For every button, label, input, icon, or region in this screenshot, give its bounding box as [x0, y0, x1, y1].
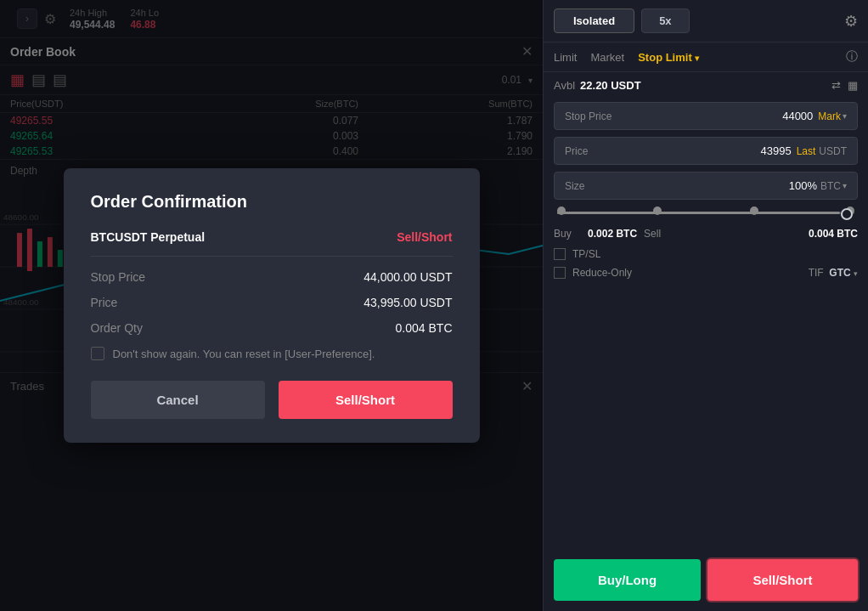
- modal-price-value: 43,995.00 USDT: [364, 296, 452, 309]
- size-caret[interactable]: ▾: [843, 181, 847, 190]
- reduce-only-checkbox[interactable]: [554, 267, 566, 279]
- modal-qty-value: 0.004 BTC: [396, 321, 453, 335]
- modal-price-row: Price 43,995.00 USDT: [91, 296, 453, 309]
- price-input[interactable]: 43995: [760, 144, 791, 157]
- modal-stop-price-label: Stop Price: [91, 270, 146, 284]
- stop-price-caret[interactable]: ▾: [843, 111, 847, 121]
- size-slider[interactable]: [544, 203, 868, 223]
- price-tag[interactable]: Last: [797, 145, 816, 157]
- slider-dot-0[interactable]: [557, 206, 566, 215]
- price-unit: USDT: [819, 145, 847, 157]
- modal-title: Order Confirmation: [91, 192, 453, 212]
- buy-label: Buy: [554, 228, 572, 240]
- left-panel: › ⚙ 24h High 49,544.48 24h Lo 46.88 Orde…: [0, 0, 544, 611]
- slider-dot-25[interactable]: [653, 206, 662, 215]
- dont-show-again-label: Don't show again. You can reset in [User…: [113, 348, 375, 360]
- dont-show-again-checkbox[interactable]: [91, 347, 104, 360]
- avbl-label: Avbl: [554, 79, 575, 92]
- slider-thumb[interactable]: [841, 208, 853, 220]
- slider-dots: [557, 209, 854, 218]
- slider-dot-50[interactable]: [750, 206, 758, 215]
- size-field: Size 100% BTC ▾: [554, 172, 858, 200]
- modal-side-label: Sell/Short: [397, 230, 452, 244]
- price-label: Price: [565, 145, 624, 157]
- rp-avbl: Avbl 22.20 USDT ⇄ ▦: [544, 72, 868, 99]
- avbl-value: 22.20 USDT: [580, 79, 641, 92]
- tif-caret[interactable]: ▾: [854, 269, 858, 278]
- price-field: Price 43995 Last USDT: [554, 137, 858, 165]
- modal-checkbox-row: Don't show again. You can reset in [User…: [91, 347, 453, 360]
- rp-tabs: Limit Market Stop Limit ▾ ⓘ: [544, 42, 868, 72]
- order-confirmation-modal: Order Confirmation BTCUSDT Perpetual Sel…: [64, 168, 480, 443]
- info-icon[interactable]: ⓘ: [846, 49, 858, 65]
- leverage-button[interactable]: 5x: [641, 8, 689, 33]
- size-input[interactable]: 100%: [789, 179, 817, 192]
- tpsl-row: TP/SL: [544, 245, 868, 263]
- modal-divider: [91, 256, 453, 257]
- calculator-icon[interactable]: ▦: [848, 79, 858, 92]
- size-label: Size: [565, 180, 624, 192]
- stop-price-input[interactable]: 44000: [782, 110, 813, 122]
- tab-market[interactable]: Market: [590, 51, 624, 64]
- isolated-button[interactable]: Isolated: [554, 8, 634, 33]
- modal-price-label: Price: [91, 296, 118, 309]
- size-unit: BTC: [820, 180, 841, 192]
- tif-row: TIF GTC ▾: [809, 267, 858, 279]
- avbl-icons: ⇄ ▦: [831, 79, 858, 92]
- sell-short-button[interactable]: Sell/Short: [707, 559, 858, 601]
- tab-limit[interactable]: Limit: [554, 51, 577, 64]
- reduce-only-label: Reduce-Only: [572, 267, 632, 279]
- modal-stop-price-value: 44,000.00 USDT: [364, 270, 452, 284]
- tab-stop-limit-arrow: ▾: [695, 54, 699, 63]
- stop-price-field: Stop Price 44000 Mark ▾: [554, 102, 858, 130]
- tab-stop-limit[interactable]: Stop Limit ▾: [638, 51, 699, 64]
- modal-cancel-button[interactable]: Cancel: [91, 381, 265, 419]
- buy-value: 0.002 BTC: [588, 228, 637, 240]
- modal-pair-label: BTCUSDT Perpetual: [91, 230, 206, 244]
- right-panel: Isolated 5x ⚙ Limit Market Stop Limit ▾ …: [544, 0, 868, 611]
- buy-sell-info: Buy 0.002 BTC Sell 0.004 BTC: [544, 223, 868, 245]
- sell-label: Sell: [644, 228, 661, 240]
- rp-top: Isolated 5x ⚙: [544, 0, 868, 42]
- modal-confirm-button[interactable]: Sell/Short: [279, 381, 453, 419]
- settings-icon[interactable]: ⚙: [844, 12, 858, 31]
- sell-value: 0.004 BTC: [809, 228, 858, 240]
- tpsl-label: TP/SL: [572, 248, 600, 260]
- stop-price-label: Stop Price: [565, 110, 624, 122]
- tif-label: TIF: [809, 267, 824, 279]
- tpsl-checkbox[interactable]: [554, 248, 566, 260]
- modal-overlay: Order Confirmation BTCUSDT Perpetual Sel…: [0, 0, 543, 611]
- stop-price-tag[interactable]: Mark: [818, 110, 841, 122]
- modal-qty-row: Order Qty 0.004 BTC: [91, 321, 453, 335]
- action-buttons: Buy/Long Sell/Short: [544, 549, 868, 611]
- modal-pair-row: BTCUSDT Perpetual Sell/Short: [91, 230, 453, 244]
- modal-qty-label: Order Qty: [91, 321, 143, 335]
- buy-long-button[interactable]: Buy/Long: [554, 559, 701, 601]
- modal-actions: Cancel Sell/Short: [91, 381, 453, 419]
- modal-stop-price-row: Stop Price 44,000.00 USDT: [91, 270, 453, 284]
- app-root: › ⚙ 24h High 49,544.48 24h Lo 46.88 Orde…: [0, 0, 868, 611]
- transfer-icon[interactable]: ⇄: [831, 79, 841, 92]
- reduce-only-row: Reduce-Only TIF GTC ▾: [544, 263, 868, 282]
- tif-value[interactable]: GTC: [829, 267, 850, 279]
